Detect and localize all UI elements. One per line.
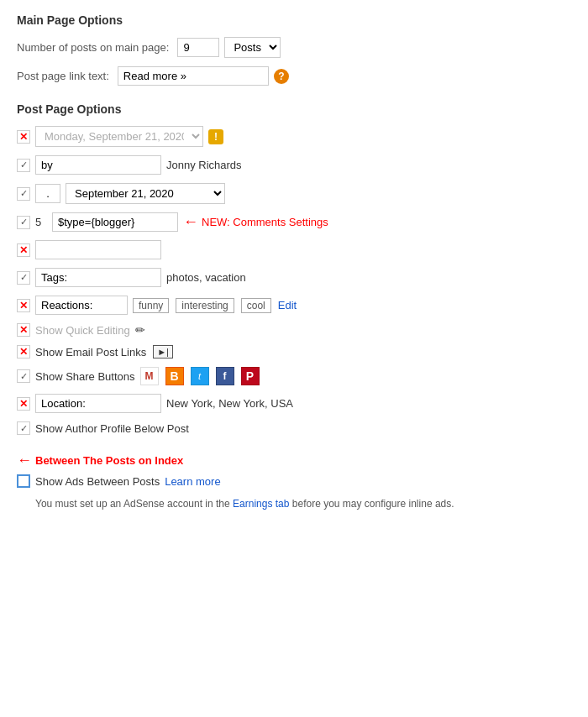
reactions-field[interactable] (35, 296, 128, 315)
dot-field[interactable] (35, 184, 60, 203)
location-row: ✕ New York, New York, USA (17, 394, 571, 413)
reaction-funny: funny (133, 298, 169, 313)
help-icon[interactable]: ? (274, 69, 289, 84)
post-type-select[interactable]: Posts Days (224, 37, 281, 58)
learn-more-link[interactable]: Learn more (165, 475, 220, 488)
facebook-share-icon: f (216, 367, 234, 385)
quick-editing-label: Show Quick Editing (35, 324, 130, 337)
quick-editing-checkbox[interactable]: ✕ (17, 323, 30, 337)
dot-date-row: ✓ September 21, 2020 (17, 183, 571, 204)
post-page-options-section: Post Page Options ✕ Monday, September 21… (17, 102, 571, 435)
pencil-icon: ✏ (135, 323, 145, 337)
between-posts-label: Between The Posts on Index (35, 454, 183, 467)
share-buttons-row: ✓ Show Share Buttons M B t f P (17, 367, 571, 385)
blank-field[interactable] (35, 240, 161, 259)
date-header-checkbox[interactable]: ✕ (17, 130, 30, 144)
date-format-select[interactable]: Monday, September 21, 2020 (35, 126, 203, 147)
blank-checkbox[interactable]: ✕ (17, 243, 30, 257)
by-author-row: ✓ Jonny Richards (17, 155, 571, 175)
show-ads-row: Show Ads Between Posts Learn more (17, 474, 571, 488)
reactions-checkbox[interactable]: ✕ (17, 299, 30, 312)
date-info-icon[interactable]: ! (208, 129, 223, 144)
comments-number: 5 (35, 216, 47, 228)
reaction-interesting: interesting (176, 298, 234, 313)
date-select[interactable]: September 21, 2020 (66, 183, 225, 204)
reactions-row: ✕ funny interesting cool Edit (17, 296, 571, 315)
earnings-tab-link[interactable]: Earnings tab (233, 498, 289, 510)
ads-section: ← Between The Posts on Index Show Ads Be… (17, 452, 571, 511)
location-field[interactable] (35, 394, 161, 413)
comments-row: ✓ 5 ← NEW: Comments Settings (17, 212, 571, 232)
by-field[interactable] (35, 155, 161, 175)
new-comments-label: NEW: Comments Settings (202, 216, 328, 228)
arrow-red-icon: ← (17, 452, 32, 469)
quick-editing-row: ✕ Show Quick Editing ✏ (17, 323, 571, 337)
show-ads-label: Show Ads Between Posts (35, 475, 160, 488)
post-link-label: Post page link text: (17, 70, 109, 82)
show-ads-checkbox[interactable] (17, 474, 30, 488)
tags-checkbox[interactable]: ✓ (17, 271, 30, 285)
main-page-options-section: Main Page Options Number of posts on mai… (17, 13, 571, 86)
email-links-label: Show Email Post Links (35, 346, 146, 358)
author-profile-label: Show Author Profile Below Post (35, 422, 189, 435)
share-buttons-label: Show Share Buttons (35, 370, 135, 383)
reactions-edit-link[interactable]: Edit (278, 299, 297, 311)
num-posts-row: Number of posts on main page: Posts Days (17, 37, 571, 58)
comments-checkbox[interactable]: ✓ (17, 216, 30, 229)
num-posts-label: Number of posts on main page: (17, 41, 169, 54)
adsense-note: You must set up an AdSense account in th… (35, 496, 571, 511)
location-checkbox[interactable]: ✕ (17, 397, 30, 411)
blank-row: ✕ (17, 240, 571, 259)
num-posts-input[interactable] (177, 38, 219, 57)
author-name: Jonny Richards (166, 159, 242, 171)
date-header-row: ✕ Monday, September 21, 2020 ! (17, 126, 571, 147)
comments-field[interactable] (52, 212, 178, 232)
email-arrow-icon: ►| (153, 345, 173, 358)
gmail-share-icon: M (140, 367, 159, 385)
tags-value: photos, vacation (166, 271, 246, 284)
tags-row: ✓ photos, vacation (17, 268, 571, 287)
dot-date-checkbox[interactable]: ✓ (17, 187, 30, 201)
post-page-title: Post Page Options (17, 102, 571, 116)
share-buttons-checkbox[interactable]: ✓ (17, 369, 30, 383)
pinterest-share-icon: P (241, 367, 260, 385)
new-comments-arrow: ← NEW: Comments Settings (183, 213, 328, 231)
twitter-share-icon: t (191, 367, 209, 385)
by-author-checkbox[interactable]: ✓ (17, 159, 30, 172)
arrow-left-icon: ← (183, 213, 198, 231)
tags-field[interactable] (35, 268, 161, 287)
post-link-input[interactable] (118, 66, 269, 86)
author-profile-row: ✓ Show Author Profile Below Post (17, 421, 571, 435)
main-page-title: Main Page Options (17, 13, 571, 27)
location-value: New York, New York, USA (166, 397, 293, 410)
reaction-cool: cool (241, 298, 271, 313)
email-links-checkbox[interactable]: ✕ (17, 345, 30, 358)
between-posts-arrow: ← Between The Posts on Index (17, 452, 571, 469)
post-link-row: Post page link text: ? (17, 66, 571, 86)
email-links-row: ✕ Show Email Post Links ►| (17, 345, 571, 358)
author-profile-checkbox[interactable]: ✓ (17, 421, 30, 435)
blogger-share-icon: B (165, 367, 184, 385)
